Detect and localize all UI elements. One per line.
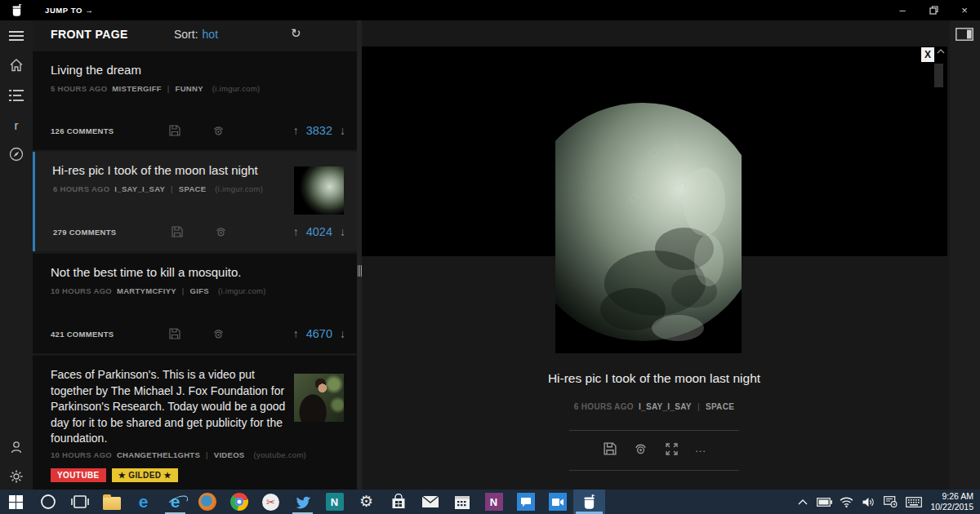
feed-list-icon[interactable] [8,87,24,104]
detail-title: Hi-res pic I took of the moon last night [409,371,899,386]
post-author[interactable]: CHANGETHEL1GHTS [117,450,200,459]
comments-count[interactable]: 126 COMMENTS [51,126,114,135]
store-button[interactable] [382,490,414,514]
post-title: Living the dream [51,63,141,77]
scrollbar-up-icon[interactable] [936,47,946,56]
sort-value-link[interactable]: hot [203,28,218,41]
internet-explorer-button[interactable]: e [159,490,191,514]
home-icon[interactable] [8,57,24,73]
preview-eye-icon[interactable] [215,226,227,237]
battery-icon[interactable] [813,490,835,514]
splitter-grip[interactable] [357,265,362,277]
post-subreddit[interactable]: VIDEOS [214,450,245,459]
post-score: 3832 [306,124,332,137]
messaging-button[interactable] [510,490,541,514]
fullscreen-icon[interactable] [666,443,678,455]
minimize-button[interactable]: – [887,0,918,20]
comments-count[interactable]: 279 COMMENTS [53,228,117,237]
refresh-icon[interactable]: ↻ [291,26,301,41]
preview-eye-icon[interactable] [212,328,225,339]
upvote-arrow[interactable]: ↑ [293,225,299,238]
post-author[interactable]: MISTERGIFF [112,84,162,93]
readit-jar-icon [9,2,24,18]
twitter-button[interactable] [287,490,318,514]
movies-tv-button[interactable] [541,490,573,514]
explore-compass-icon[interactable] [8,146,24,162]
downvote-arrow[interactable]: ↓ [340,327,345,340]
post-title: Hi-res pic I took of the moon last night [52,163,258,177]
chrome-button[interactable] [223,490,255,514]
downvote-arrow[interactable]: ↓ [340,225,345,238]
onenote-button[interactable]: N [478,490,510,514]
edge-button[interactable]: e [127,490,159,514]
moon-photo[interactable] [555,47,742,353]
taskbar-clock[interactable]: 9:26 AM 10/22/2015 [926,491,980,512]
post-meta: 6 HOURS AGO I_SAY_I_SAY | SPACE (i.imgur… [53,184,263,193]
restore-button[interactable] [918,0,949,20]
save-icon[interactable] [172,226,183,237]
post-subreddit[interactable]: GIFS [190,286,209,295]
user-account-icon[interactable] [8,439,24,455]
page-title: FRONT PAGE [51,28,128,41]
post-subreddit[interactable]: FUNNY [176,84,203,93]
downvote-arrow[interactable]: ↓ [340,124,345,137]
preview-eye-icon[interactable] [212,125,225,136]
post-card-selected[interactable]: Hi-res pic I took of the moon last night… [33,152,357,251]
front-page-list: FRONT PAGE Sort:hot ↻ Living the dream 5… [33,20,357,490]
sort-label: Sort: [174,28,198,41]
window-controls: – × [887,0,980,20]
nextgen-reader-button[interactable]: N [318,490,350,514]
post-meta: 10 HOURS AGO CHANGETHEL1GHTS | VIDEOS (y… [51,450,306,459]
touch-keyboard-icon[interactable] [902,490,926,514]
wifi-icon[interactable] [835,490,858,514]
more-options-icon[interactable]: ... [695,445,706,453]
save-icon[interactable] [169,125,180,136]
post-thumbnail-video[interactable] [294,374,344,422]
sort-control: Sort:hot [174,28,218,41]
readit-app-window: JUMP TO → – × [0,0,980,514]
preview-eye-icon[interactable] [634,442,648,455]
volume-icon[interactable] [858,490,880,514]
calendar-button[interactable] [446,490,478,514]
post-card[interactable]: Not the best time to kill a mosquito. 10… [33,254,357,353]
mail-button[interactable] [414,490,446,514]
scrollbar-thumb[interactable] [934,64,943,87]
panel-toggle-icon[interactable] [956,28,973,41]
snipping-tool-button[interactable]: ✂ [255,490,287,514]
save-icon[interactable] [169,328,180,339]
comments-count[interactable]: 421 COMMENTS [51,330,114,339]
post-subreddit[interactable]: SPACE [179,184,207,193]
readit-app-button[interactable] [573,490,605,514]
save-icon[interactable] [604,442,617,455]
upvote-arrow[interactable]: ↑ [293,327,299,340]
post-thumbnail-moon[interactable] [294,166,344,215]
hamburger-menu-icon[interactable] [8,28,24,44]
settings-button[interactable]: ⚙ [350,490,382,514]
subreddits-r-icon[interactable]: r [8,117,24,133]
tray-chevron-icon[interactable] [791,490,813,514]
firefox-button[interactable] [191,490,223,514]
post-author[interactable]: MARTYMCFIYY [117,286,176,295]
post-card[interactable]: Faces of Parkinson's. This is a video pu… [33,356,357,490]
post-score: 4024 [306,225,332,238]
close-window-button[interactable]: × [949,0,980,20]
post-author[interactable]: I_SAY_I_SAY [114,184,165,193]
image-close-button[interactable]: X [921,47,934,62]
pane-splitter[interactable] [357,20,362,490]
detail-subreddit[interactable]: SPACE [706,402,734,411]
upvote-arrow[interactable]: ↑ [293,124,299,137]
pc-sync-icon[interactable] [880,490,902,514]
detail-author[interactable]: I_SAY_I_SAY [639,402,692,411]
detail-meta: 6 HOURS AGO I_SAY_I_SAY | SPACE [409,402,899,411]
cortana-search-button[interactable] [32,490,64,514]
gilded-badge: ★ GILDED ★ [112,468,178,482]
file-explorer-button[interactable] [96,490,127,514]
post-card[interactable]: Living the dream 5 HOURS AGO MISTERGIFF … [33,51,357,150]
start-button[interactable] [0,490,32,514]
task-view-button[interactable] [64,490,96,514]
jump-to-button[interactable]: JUMP TO → [45,0,93,20]
settings-gear-icon[interactable] [8,468,24,485]
clock-date: 10/22/2015 [926,502,973,512]
post-score: 4670 [306,327,332,340]
post-title: Faces of Parkinson's. This is a video pu… [51,367,296,447]
